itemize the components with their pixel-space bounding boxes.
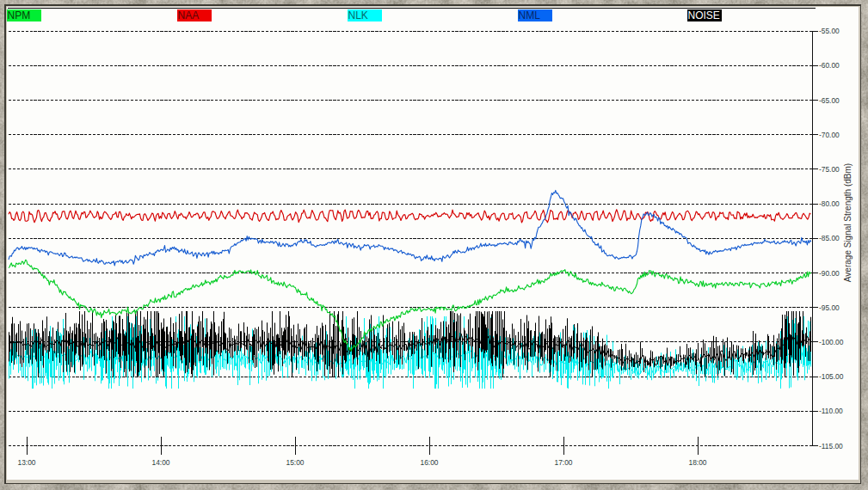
svg-text:NLK: NLK: [348, 9, 368, 21]
svg-text:13:00: 13:00: [18, 458, 36, 467]
svg-text:-90.00: -90.00: [819, 269, 840, 278]
svg-text:NML: NML: [519, 9, 541, 21]
svg-text:-60.00: -60.00: [819, 61, 840, 70]
svg-text:NAA: NAA: [178, 9, 200, 21]
svg-text:NPM: NPM: [8, 9, 31, 21]
svg-text:-55.00: -55.00: [819, 27, 840, 35]
svg-text:18:00: 18:00: [689, 458, 707, 467]
svg-text:15:00: 15:00: [286, 458, 305, 467]
svg-text:-95.00: -95.00: [819, 303, 840, 312]
svg-text:Average Signal Strength (dBm): Average Signal Strength (dBm): [843, 163, 853, 282]
svg-text:14:00: 14:00: [152, 458, 170, 467]
svg-text:-115.00: -115.00: [819, 442, 843, 450]
svg-text:-80.00: -80.00: [819, 199, 840, 208]
svg-text:-75.00: -75.00: [819, 165, 840, 174]
svg-text:-65.00: -65.00: [819, 96, 840, 105]
svg-text:-70.00: -70.00: [819, 131, 840, 139]
svg-text:-110.00: -110.00: [819, 407, 843, 415]
svg-text:NOISE: NOISE: [688, 9, 720, 21]
svg-text:17:00: 17:00: [555, 458, 573, 467]
svg-text:-100.00: -100.00: [819, 338, 844, 346]
svg-text:-85.00: -85.00: [819, 234, 840, 242]
svg-text:-105.00: -105.00: [819, 372, 844, 381]
svg-text:16:00: 16:00: [421, 458, 439, 467]
